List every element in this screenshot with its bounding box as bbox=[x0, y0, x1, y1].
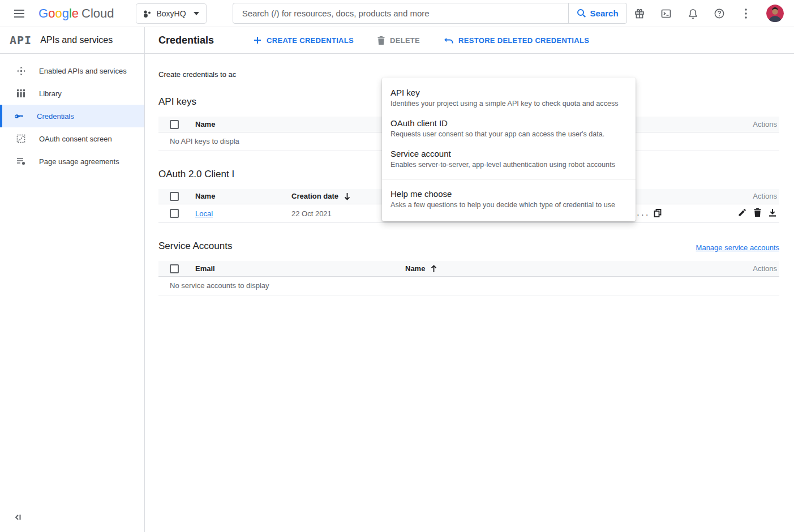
logo-letter: o bbox=[48, 6, 55, 21]
menu-item-title: Service account bbox=[390, 149, 627, 158]
search-button[interactable]: Search bbox=[568, 3, 626, 23]
menu-item-description: Requests user consent so that your app c… bbox=[390, 130, 627, 138]
sidebar-item-enabled-apis[interactable]: Enabled APIs and services bbox=[0, 59, 144, 82]
logo-cloud-text: Cloud bbox=[81, 6, 114, 21]
sidebar-item-label: Enabled APIs and services bbox=[39, 67, 127, 75]
menu-item-oauth-client-id[interactable]: OAuth client ID Requests user consent so… bbox=[382, 113, 636, 144]
select-all-checkbox[interactable] bbox=[170, 192, 179, 201]
client-name-link[interactable]: Local bbox=[195, 209, 213, 218]
service-accounts-empty-text: No service accounts to display bbox=[158, 276, 779, 295]
top-bar: Google Cloud BoxyHQ Search bbox=[0, 0, 794, 27]
sidebar-item-credentials[interactable]: Credentials bbox=[0, 105, 144, 127]
column-header-actions: Actions bbox=[711, 261, 779, 276]
create-credentials-button[interactable]: CREATE CREDENTIALS bbox=[249, 33, 358, 48]
menu-item-help-me-choose[interactable]: Help me choose Asks a few questions to h… bbox=[382, 184, 636, 214]
restore-deleted-credentials-label: RESTORE DELETED CREDENTIALS bbox=[458, 36, 589, 45]
key-icon bbox=[14, 111, 24, 121]
api-product-logo: API bbox=[10, 33, 32, 47]
sidebar-item-label: Credentials bbox=[37, 112, 74, 121]
download-icon[interactable] bbox=[768, 208, 777, 217]
sort-descending-icon[interactable] bbox=[344, 192, 351, 200]
sidebar-item-library[interactable]: Library bbox=[0, 82, 144, 105]
copy-icon[interactable] bbox=[654, 209, 662, 217]
search-input[interactable] bbox=[233, 8, 568, 18]
creation-date-label: Creation date bbox=[291, 192, 338, 200]
sidebar-nav: Enabled APIs and services Library Cre bbox=[0, 54, 144, 173]
project-name: BoxyHQ bbox=[157, 9, 186, 18]
select-all-checkbox[interactable] bbox=[170, 264, 179, 273]
user-avatar[interactable] bbox=[766, 5, 784, 22]
oauth-consent-icon bbox=[16, 134, 26, 144]
logo-letter: o bbox=[55, 6, 62, 21]
logo-letter: g bbox=[62, 6, 69, 21]
chevron-down-icon bbox=[194, 12, 199, 15]
create-credentials-menu: API key Identifies your project using a … bbox=[382, 78, 636, 221]
table-header-row: Email Name Actions bbox=[158, 261, 779, 276]
main-content: Credentials CREATE CREDENTIALS DELETE bbox=[145, 27, 794, 532]
page-header: Credentials CREATE CREDENTIALS DELETE bbox=[145, 27, 794, 54]
edit-icon[interactable] bbox=[737, 208, 746, 217]
delete-button[interactable]: DELETE bbox=[373, 33, 424, 48]
column-header-actions: Actions bbox=[711, 117, 779, 132]
agreements-list-icon bbox=[16, 157, 26, 166]
service-accounts-section-title: Service Accounts bbox=[158, 241, 232, 252]
column-header-name: Name bbox=[195, 189, 291, 204]
sidebar-header: API APIs and services bbox=[0, 27, 144, 54]
hamburger-menu-icon[interactable] bbox=[14, 10, 25, 18]
sidebar-item-page-usage-agreements[interactable]: Page usage agreements bbox=[0, 150, 144, 173]
project-selector[interactable]: BoxyHQ bbox=[136, 3, 207, 24]
menu-item-description: Asks a few questions to help you decide … bbox=[390, 201, 627, 209]
search-button-label: Search bbox=[590, 8, 619, 18]
collapse-sidebar-icon[interactable] bbox=[14, 513, 24, 523]
sidebar-title: APIs and services bbox=[40, 35, 113, 45]
cloud-shell-icon[interactable] bbox=[660, 7, 672, 20]
name-label: Name bbox=[405, 264, 425, 273]
page-title: Credentials bbox=[158, 35, 214, 46]
google-cloud-logo[interactable]: Google Cloud bbox=[38, 6, 114, 21]
menu-item-title: Help me choose bbox=[390, 189, 627, 199]
trash-icon bbox=[377, 36, 385, 45]
sort-ascending-icon[interactable] bbox=[430, 265, 437, 273]
select-all-checkbox[interactable] bbox=[170, 120, 179, 129]
menu-item-api-key[interactable]: API key Identifies your project using a … bbox=[382, 83, 636, 113]
search-icon bbox=[577, 8, 586, 18]
undo-icon bbox=[444, 37, 453, 44]
more-options-icon[interactable] bbox=[740, 7, 752, 20]
sidebar-item-oauth-consent-screen[interactable]: OAuth consent screen bbox=[0, 127, 144, 150]
column-header-email: Email bbox=[195, 261, 405, 276]
menu-item-description: Identifies your project using a simple A… bbox=[390, 100, 627, 108]
global-search: Search bbox=[233, 3, 627, 24]
logo-letter: G bbox=[38, 6, 48, 21]
logo-letter: e bbox=[72, 6, 79, 21]
menu-item-title: OAuth client ID bbox=[390, 118, 627, 128]
menu-item-service-account[interactable]: Service account Enables server-to-server… bbox=[382, 144, 636, 174]
create-credentials-label: CREATE CREDENTIALS bbox=[267, 36, 354, 45]
column-header-name: Name bbox=[405, 261, 711, 276]
notifications-bell-icon[interactable] bbox=[686, 7, 699, 20]
menu-divider bbox=[382, 179, 636, 179]
delete-label: DELETE bbox=[390, 36, 420, 45]
empty-state-row: No service accounts to display bbox=[158, 276, 779, 295]
project-logo-icon bbox=[143, 9, 152, 18]
sidebar: API APIs and services Enabled APIs and s… bbox=[0, 27, 145, 532]
menu-item-description: Enables server-to-server, app-level auth… bbox=[390, 161, 627, 169]
gift-icon[interactable] bbox=[633, 7, 646, 20]
service-accounts-table: Email Name Actions No service accounts t… bbox=[158, 261, 779, 295]
restore-deleted-credentials-button[interactable]: RESTORE DELETED CREDENTIALS bbox=[439, 33, 594, 48]
delete-row-icon[interactable] bbox=[753, 208, 762, 217]
column-header-actions: Actions bbox=[703, 189, 779, 204]
plus-icon bbox=[254, 36, 261, 44]
sidebar-item-label: OAuth consent screen bbox=[39, 135, 112, 143]
sidebar-item-label: Library bbox=[39, 89, 62, 98]
library-icon bbox=[16, 89, 26, 98]
help-icon[interactable] bbox=[713, 7, 726, 20]
sidebar-item-label: Page usage agreements bbox=[39, 157, 119, 166]
manage-service-accounts-link[interactable]: Manage service accounts bbox=[696, 243, 779, 252]
enabled-apis-icon bbox=[16, 66, 26, 76]
menu-item-title: API key bbox=[390, 88, 627, 97]
row-checkbox[interactable] bbox=[170, 209, 179, 218]
